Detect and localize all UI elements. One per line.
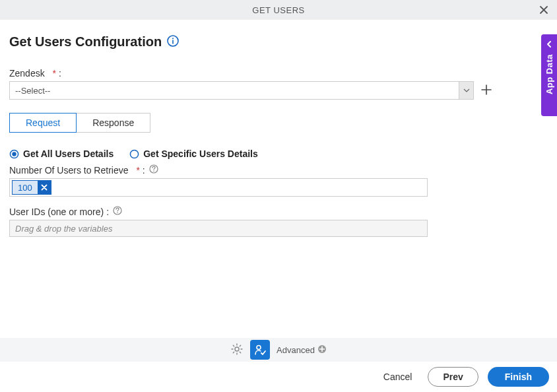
user-mode-button[interactable] [250,340,270,360]
zendesk-dropdown-button[interactable] [459,82,473,99]
settings-button[interactable] [230,343,244,358]
svg-point-9 [117,212,118,213]
info-icon[interactable] [167,35,179,49]
num-users-field[interactable]: 100 [9,178,428,197]
zendesk-select-value: --Select-- [10,86,459,96]
add-zendesk-button[interactable] [480,84,492,98]
num-users-label: Number Of Users to Retrieve *: [9,164,548,176]
advanced-button[interactable]: Advanced [277,344,327,356]
cancel-button[interactable]: Cancel [377,368,419,386]
modal-header: GET USERS [0,0,557,20]
tab-response-label: Response [92,117,134,128]
app-data-side-tab[interactable]: App Data [541,34,557,116]
required-marker: * [136,165,139,176]
close-icon [41,184,48,191]
zendesk-select-row: --Select-- [9,81,548,100]
user-ids-field[interactable]: Drag & drop the variables [9,220,428,237]
plus-circle-icon [317,344,327,356]
user-ids-label-text: User IDs (one or more) [9,207,104,217]
user-ids-label: User IDs (one or more): [9,206,548,217]
close-icon [539,5,549,15]
finish-label: Finish [505,372,532,382]
cancel-label: Cancel [383,372,412,382]
zendesk-label: Zendesk *: [9,68,548,79]
svg-point-5 [131,150,139,158]
num-users-chip: 100 [12,180,51,195]
help-icon[interactable] [113,206,122,217]
prev-label: Prev [443,372,463,382]
help-icon[interactable] [149,164,158,176]
advanced-label: Advanced [277,345,315,355]
bottom-toolbar: Advanced [0,338,557,362]
radio-specific-label: Get Specific Users Details [143,148,258,159]
colon: : [59,68,61,79]
side-tab-label: App Data [544,54,554,94]
spacer [131,165,134,176]
colon: : [106,207,109,217]
prev-button[interactable]: Prev [428,367,478,387]
zendesk-label-text: Zendesk [9,68,45,79]
user-ids-placeholder: Drag & drop the variables [15,224,112,234]
spacer [48,68,50,79]
chevron-down-icon [463,88,470,92]
user-check-icon [253,343,267,356]
radio-unselected-icon [129,149,139,159]
num-users-label-text: Number Of Users to Retrieve [9,165,129,176]
page-title: Get Users Configuration [9,34,162,49]
radio-row: Get All Users Details Get Specific Users… [9,148,548,159]
gear-icon [230,343,244,356]
tab-response[interactable]: Response [77,113,150,133]
zendesk-select[interactable]: --Select-- [9,81,474,100]
chevron-left-icon [546,40,552,50]
radio-get-specific-users[interactable]: Get Specific Users Details [129,148,258,159]
svg-rect-2 [172,40,174,44]
tabs: Request Response [9,113,548,133]
num-users-chip-remove[interactable] [38,181,51,194]
radio-all-label: Get All Users Details [23,148,114,159]
finish-button[interactable]: Finish [488,367,549,387]
svg-point-10 [235,347,239,351]
radio-selected-icon [9,149,19,159]
required-marker: * [53,68,56,79]
svg-point-11 [257,346,261,350]
num-users-chip-value: 100 [13,181,38,194]
svg-point-4 [12,152,16,156]
svg-point-7 [153,170,154,172]
page-title-row: Get Users Configuration [9,34,548,49]
tab-request-label: Request [26,117,60,128]
tab-request[interactable]: Request [9,113,77,133]
close-button[interactable] [536,2,552,18]
footer: Cancel Prev Finish [0,362,557,392]
radio-get-all-users[interactable]: Get All Users Details [9,148,114,159]
colon: : [143,165,145,176]
content-area: Get Users Configuration Zendesk *: --Sel… [0,20,557,237]
plus-icon [480,84,492,96]
svg-point-1 [172,38,174,39]
modal-title: GET USERS [0,5,557,15]
